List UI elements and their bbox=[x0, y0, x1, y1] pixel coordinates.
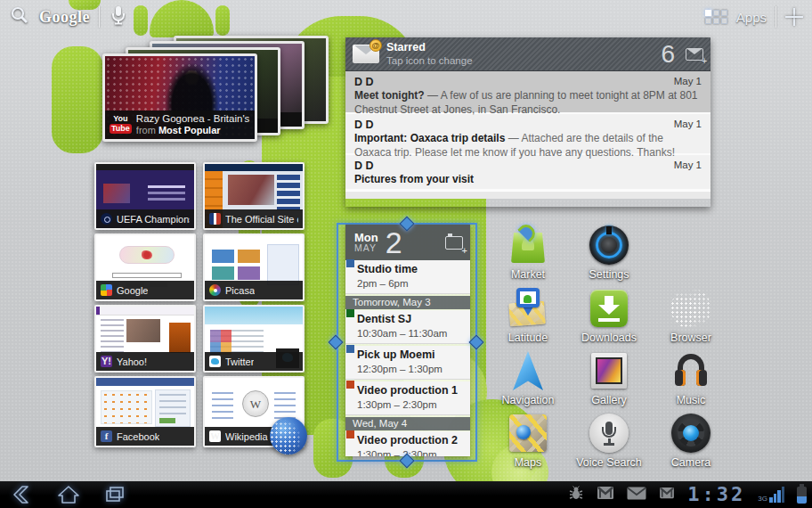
calendar-event[interactable]: Video production 1 1:30pm – 2:30pm bbox=[345, 381, 470, 415]
status-tray[interactable]: 1:32 3G bbox=[568, 485, 812, 504]
bookmark-label: Facebook bbox=[117, 431, 159, 442]
app-settings[interactable]: Settings bbox=[569, 225, 649, 281]
event-time: 1:30pm – 2:30pm bbox=[357, 398, 465, 411]
bookmark-label: Google bbox=[117, 285, 148, 296]
event-color-marker bbox=[346, 430, 354, 438]
wallpaper-android-shape bbox=[52, 46, 103, 153]
bookmark-label: Picasa bbox=[225, 285, 255, 296]
email-row[interactable]: D DMay 1 Important: Oaxaca trip details … bbox=[345, 114, 710, 155]
app-downloads[interactable]: Downloads bbox=[569, 288, 649, 344]
back-button[interactable] bbox=[11, 485, 34, 504]
app-label: Maps bbox=[488, 456, 568, 469]
facebook-favicon: f bbox=[101, 430, 112, 442]
home-screen: Google Apps p... s... You bbox=[0, 0, 812, 508]
app-label: Settings bbox=[569, 268, 649, 281]
app-navigation[interactable]: Navigation bbox=[488, 350, 568, 406]
bookmark-yahoo[interactable]: Y!Yahoo! bbox=[94, 305, 196, 373]
email-sender: D D bbox=[354, 159, 374, 173]
calendar-event[interactable]: Studio time 2pm – 6pm bbox=[345, 260, 470, 294]
app-maps[interactable]: Maps bbox=[488, 413, 568, 469]
event-title: Video production 1 bbox=[357, 384, 465, 398]
add-widget-icon[interactable] bbox=[785, 8, 803, 26]
event-color-marker bbox=[346, 345, 354, 353]
new-event-icon[interactable] bbox=[445, 236, 463, 250]
bookmark-twitter[interactable]: Twitter bbox=[203, 305, 304, 373]
email-date: May 1 bbox=[674, 118, 702, 132]
calendar-day-number: 2 bbox=[386, 225, 438, 260]
mail-icon[interactable]: @ bbox=[353, 45, 379, 63]
app-label: Downloads bbox=[569, 332, 649, 344]
email-row[interactable]: D DMay 1 Meet tonight? — A few of us are… bbox=[345, 71, 710, 114]
email-row[interactable]: D DMay 1 Pictures from your visit bbox=[345, 155, 710, 191]
home-button[interactable] bbox=[57, 485, 80, 504]
app-market[interactable]: Market bbox=[488, 225, 568, 281]
calendar-day-divider: Tomorrow, May 3 bbox=[345, 296, 470, 309]
bookmark-google[interactable]: Google bbox=[94, 234, 196, 301]
event-title: Video production 2 bbox=[357, 434, 465, 448]
youtube-card-front[interactable]: You Tube Razy Gogonea - Britain's Got T.… bbox=[102, 53, 257, 142]
gmail-notification-icon bbox=[659, 487, 675, 503]
email-widget-header[interactable]: @ Starred Tap icon to change 6 bbox=[345, 37, 710, 71]
bookmark-label: Yahoo! bbox=[117, 356, 147, 367]
email-subject: Important: Oaxaca trip details bbox=[354, 132, 505, 144]
calendar-widget[interactable]: Mon MAY 2 Studio time 2pm – 6pm Tomorrow… bbox=[345, 225, 470, 456]
event-color-marker bbox=[346, 381, 354, 389]
search-icon[interactable] bbox=[9, 4, 30, 29]
microphone-icon[interactable] bbox=[109, 4, 128, 29]
picasa-favicon bbox=[209, 284, 221, 296]
app-latitude[interactable]: Latitude bbox=[488, 288, 568, 344]
app-music[interactable]: Music bbox=[651, 350, 731, 406]
app-gallery[interactable]: Gallery bbox=[569, 350, 649, 406]
event-time: 1:30pm – 2:30pm bbox=[357, 448, 465, 456]
event-color-marker bbox=[346, 259, 354, 267]
calendar-day-divider: Wed, May 4 bbox=[345, 417, 470, 430]
calendar-event[interactable]: Dentist SJ 10:30am – 11:30am bbox=[345, 310, 470, 344]
apps-button[interactable]: Apps bbox=[736, 10, 767, 25]
bookmark-mlb[interactable]: The Official Site of ... bbox=[203, 162, 304, 230]
yahoo-favicon: Y! bbox=[101, 356, 112, 367]
event-title: Pick up Moemi bbox=[357, 348, 465, 363]
youtube-video-title: Razy Gogonea - Britain's Got T... bbox=[136, 112, 250, 125]
battery-icon bbox=[797, 487, 807, 504]
bookmark-picasa[interactable]: Picasa bbox=[203, 234, 304, 301]
google-search-widget[interactable]: Google bbox=[39, 8, 90, 27]
calendar-event[interactable]: Video production 2 1:30pm – 2:30pm bbox=[345, 431, 470, 456]
camera-icon bbox=[670, 413, 711, 454]
bookmark-facebook[interactable]: fFacebook bbox=[94, 376, 196, 447]
email-widget: @ Starred Tap icon to change 6 D DMay 1 … bbox=[345, 37, 710, 207]
recent-apps-button[interactable] bbox=[103, 485, 126, 504]
app-label: Gallery bbox=[569, 394, 649, 406]
youtube-video-source: from Most Popular bbox=[136, 125, 250, 137]
voice-search-icon bbox=[589, 413, 629, 454]
maps-icon bbox=[508, 413, 548, 454]
unread-count: 6 bbox=[661, 40, 675, 69]
event-title: Studio time bbox=[357, 263, 465, 277]
mlb-favicon bbox=[209, 213, 221, 225]
google-favicon bbox=[101, 284, 112, 296]
wikipedia-favicon: W bbox=[209, 430, 221, 442]
app-label: Music bbox=[651, 394, 731, 406]
gallery-icon bbox=[589, 350, 629, 391]
app-voice-search[interactable]: Voice Search bbox=[569, 413, 649, 469]
app-browser[interactable]: Browser bbox=[651, 288, 731, 344]
calendar-event[interactable]: Pick up Moemi 12:30pm – 1:30pm bbox=[345, 346, 470, 380]
top-action-bar: Google Apps bbox=[0, 0, 812, 34]
email-sender: D D bbox=[354, 118, 374, 132]
network-type-label: 3G bbox=[758, 495, 767, 503]
topbar-divider bbox=[775, 6, 776, 28]
compose-icon[interactable] bbox=[686, 48, 703, 61]
navigation-icon bbox=[508, 350, 548, 391]
email-date: May 1 bbox=[674, 75, 702, 89]
clock[interactable]: 1:32 bbox=[687, 485, 745, 504]
browser-globe-icon[interactable] bbox=[270, 417, 307, 455]
bookmarks-widget: UEFA Champions Le... The Official Site o… bbox=[94, 160, 310, 447]
app-label: Browser bbox=[651, 332, 731, 344]
youtube-logo-icon: You Tube bbox=[110, 115, 132, 134]
youtube-widget: p... s... You Tube Razy Gogonea - Britai… bbox=[98, 32, 347, 152]
bookmark-label: Twitter bbox=[225, 356, 254, 367]
bookmark-uefa[interactable]: UEFA Champions Le... bbox=[94, 162, 196, 230]
email-row-partial bbox=[345, 191, 710, 199]
app-camera[interactable]: Camera bbox=[651, 413, 731, 469]
event-color-marker bbox=[346, 309, 354, 317]
app-label: Navigation bbox=[488, 394, 568, 406]
